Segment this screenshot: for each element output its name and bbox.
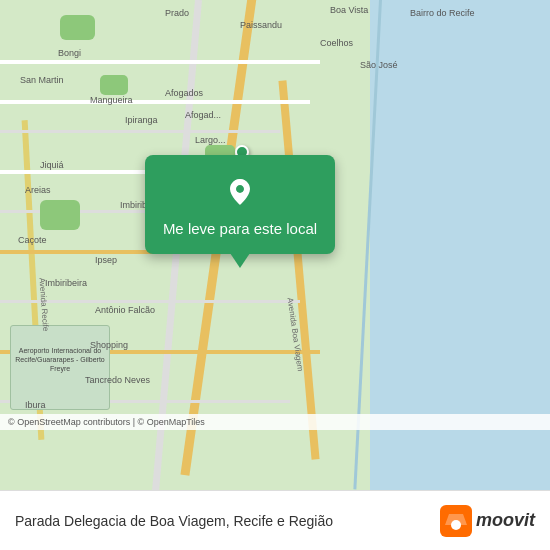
tooltip-pin-icon <box>224 175 256 207</box>
neighborhood-label: Tancredo Neves <box>85 375 150 385</box>
neighborhood-label: Largo... <box>195 135 226 145</box>
neighborhood-label: Bairro do Recife <box>410 8 475 18</box>
tooltip-popup[interactable]: Me leve para este local <box>145 155 335 254</box>
neighborhood-label: Prado <box>165 8 189 18</box>
airport-area: Aeroporto Internacional do Recife/Guarar… <box>10 325 110 410</box>
neighborhood-label: Ipiranga <box>125 115 158 125</box>
neighborhood-label: Imbiribeira <box>45 278 87 288</box>
neighborhood-label: Bongi <box>58 48 81 58</box>
neighborhood-label: Shopping <box>90 340 128 350</box>
neighborhood-label: Jiquiá <box>40 160 64 170</box>
airport-label: Aeroporto Internacional do Recife/Guarar… <box>11 326 109 377</box>
neighborhood-label: San Martin <box>20 75 64 85</box>
moovit-logo-icon <box>445 510 467 532</box>
moovit-logo: moovit <box>440 505 535 537</box>
tooltip-inner: Me leve para este local <box>145 155 335 254</box>
neighborhood-label: Afogados <box>165 88 203 98</box>
neighborhood-label: Coelhos <box>320 38 353 48</box>
bottom-bar: Parada Delegacia de Boa Viagem, Recife e… <box>0 490 550 550</box>
neighborhood-label: Mangueira <box>90 95 133 105</box>
moovit-text: moovit <box>476 510 535 531</box>
neighborhood-label: Afogad... <box>185 110 221 120</box>
park-1 <box>60 15 95 40</box>
neighborhood-label: Areias <box>25 185 51 195</box>
svg-rect-4 <box>452 522 460 528</box>
neighborhood-label: Caçote <box>18 235 47 245</box>
road-h1 <box>0 60 320 64</box>
station-name: Parada Delegacia de Boa Viagem, Recife e… <box>15 513 440 529</box>
neighborhood-label: São José <box>360 60 398 70</box>
neighborhood-label: Ibura <box>25 400 46 410</box>
park-2 <box>100 75 128 95</box>
neighborhood-label: Paissandu <box>240 20 282 30</box>
moovit-icon <box>440 505 472 537</box>
park-3 <box>40 200 80 230</box>
neighborhood-label: Ipsep <box>95 255 117 265</box>
road-h2 <box>0 100 310 104</box>
road-h3 <box>0 130 280 133</box>
neighborhood-label: Antônio Falcão <box>95 305 155 315</box>
tooltip-text: Me leve para este local <box>163 219 317 239</box>
neighborhood-label: Boa Vista <box>330 5 368 15</box>
map-container: Aeroporto Internacional do Recife/Guarar… <box>0 0 550 490</box>
map-attribution: © OpenStreetMap contributors | © OpenMap… <box>0 414 550 430</box>
